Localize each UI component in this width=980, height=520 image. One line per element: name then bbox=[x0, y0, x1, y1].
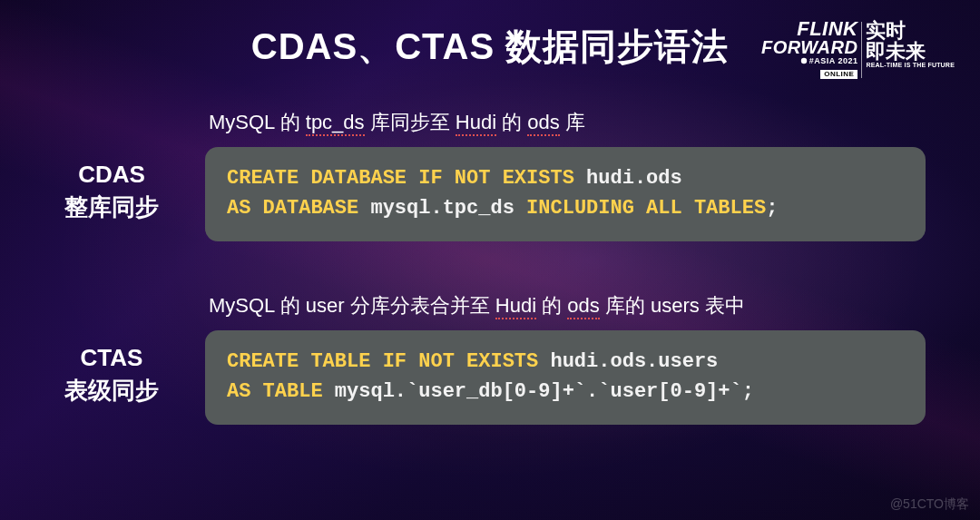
logo-line1: FLINK bbox=[761, 20, 858, 39]
label-ctas: CTAS 表级同步 bbox=[44, 341, 180, 407]
code-identifier bbox=[574, 167, 586, 190]
code-identifier bbox=[514, 197, 526, 220]
highlighted-term: ods bbox=[527, 111, 559, 136]
highlighted-term: ods bbox=[567, 294, 599, 319]
logo-right: 实时 即未来 REAL-TIME IS THE FUTURE bbox=[866, 20, 955, 69]
highlighted-term: Hudi bbox=[495, 294, 536, 319]
code-keyword: INCLUDING ALL TABLES bbox=[526, 197, 766, 220]
svg-point-0 bbox=[801, 58, 807, 64]
codebox-cdas: CREATE DATABASE IF NOT EXISTS hudi.ods A… bbox=[205, 147, 926, 241]
logo-asia: #ASIA 2021 bbox=[761, 57, 858, 65]
label-ctas-line2: 表级同步 bbox=[44, 374, 180, 407]
code-keyword: AS DATABASE bbox=[227, 197, 358, 220]
logo-cn-line2: 即未来 bbox=[866, 41, 955, 62]
logo-cn-line1: 实时 bbox=[866, 20, 955, 41]
logo-left: FLINK FORWARD #ASIA 2021 ONLINE bbox=[761, 20, 858, 79]
section-ctas: CTAS 表级同步 MySQL 的 user 分库分表合并至 Hudi 的 od… bbox=[44, 292, 926, 425]
code-identifier: hudi.ods bbox=[586, 167, 682, 190]
code-keyword: CREATE TABLE IF NOT EXISTS bbox=[227, 350, 538, 373]
watermark: @51CTO博客 bbox=[890, 496, 969, 513]
codebox-ctas: CREATE TABLE IF NOT EXISTS hudi.ods.user… bbox=[205, 330, 926, 425]
code-identifier: mysql.`user_db[0-9]+`.`user[0-9]+` bbox=[335, 380, 742, 403]
content-area: CDAS 整库同步 MySQL 的 tpc_ds 库同步至 Hudi 的 ods… bbox=[0, 109, 980, 476]
code-identifier: mysql.tpc_ds bbox=[370, 197, 514, 220]
section-cdas: CDAS 整库同步 MySQL 的 tpc_ds 库同步至 Hudi 的 ods… bbox=[44, 109, 926, 241]
highlighted-term: Hudi bbox=[456, 111, 496, 136]
main-ctas: MySQL 的 user 分库分表合并至 Hudi 的 ods 库的 users… bbox=[205, 292, 926, 425]
logo-separator bbox=[861, 22, 862, 78]
code-punct: ; bbox=[742, 380, 754, 403]
label-cdas: CDAS 整库同步 bbox=[44, 158, 180, 224]
slide-title: CDAS、CTAS 数据同步语法 bbox=[251, 22, 729, 72]
label-ctas-line1: CTAS bbox=[44, 341, 180, 374]
squirrel-icon bbox=[800, 57, 808, 64]
desc-ctas: MySQL 的 user 分库分表合并至 Hudi 的 ods 库的 users… bbox=[209, 292, 926, 319]
desc-cdas: MySQL 的 tpc_ds 库同步至 Hudi 的 ods 库 bbox=[209, 109, 926, 136]
code-identifier bbox=[538, 350, 550, 373]
logo-block: FLINK FORWARD #ASIA 2021 ONLINE 实时 即未来 R… bbox=[761, 20, 955, 79]
main-cdas: MySQL 的 tpc_ds 库同步至 Hudi 的 ods 库 CREATE … bbox=[205, 109, 926, 241]
code-identifier bbox=[323, 380, 335, 403]
logo-online-badge: ONLINE bbox=[820, 70, 858, 79]
label-cdas-line2: 整库同步 bbox=[44, 191, 180, 223]
label-cdas-line1: CDAS bbox=[44, 158, 180, 191]
code-keyword: CREATE DATABASE IF NOT EXISTS bbox=[227, 167, 574, 190]
code-identifier bbox=[358, 197, 370, 220]
logo-line2: FORWARD bbox=[761, 39, 858, 56]
logo-subtitle: REAL-TIME IS THE FUTURE bbox=[866, 62, 955, 68]
code-punct: ; bbox=[766, 197, 778, 220]
code-identifier: hudi.ods.users bbox=[550, 350, 718, 373]
highlighted-term: tpc_ds bbox=[306, 111, 365, 136]
code-keyword: AS TABLE bbox=[227, 380, 323, 403]
